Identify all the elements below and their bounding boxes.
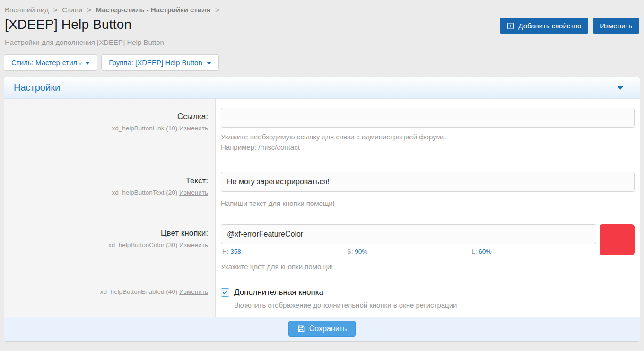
header-row: [XDEEP] Help Button Добавить свойство Из… [4, 17, 640, 34]
form-row-color: Цвет кнопки: xd_helpButtonColor (30) Изм… [4, 209, 640, 272]
plus-box-icon [507, 22, 514, 30]
breadcrumb-separator-icon: > [53, 6, 57, 14]
breadcrumb-separator-icon: > [87, 6, 91, 14]
header-buttons: Добавить свойство Изменить [500, 18, 639, 34]
text-input-field[interactable] [221, 172, 635, 192]
settings-section-title: Настройки [14, 82, 60, 93]
label-cell: Текст: xd_helpButtonText (20) Изменить [4, 172, 216, 209]
settings-section-header[interactable]: Настройки [4, 77, 640, 99]
field-label: Текст: [9, 176, 208, 186]
label-cell: xd_helpButtonEnabled (40) Изменить [4, 288, 216, 310]
form-row-text: Текст: xd_helpButtonText (20) Изменить Н… [4, 153, 640, 209]
style-selector-label: Стиль: Мастер-стиль [11, 59, 81, 67]
enabled-checkbox-label[interactable]: Дополнительная кнопка [234, 288, 323, 297]
settings-form: Ссылка: xd_helpButtonLink (10) Изменить … [4, 99, 640, 317]
color-input[interactable] [221, 224, 596, 244]
form-row-enabled: xd_helpButtonEnabled (40) Изменить Допол… [4, 272, 640, 317]
breadcrumb-item-master-style[interactable]: Мастер-стиль - Настройки стиля [96, 6, 211, 14]
field-hint: Например: /misc/contact [221, 142, 635, 153]
breadcrumb-item-appearance[interactable]: Внешний вид [5, 6, 49, 14]
edit-button-label: Изменить [600, 22, 632, 30]
filter-chips: Стиль: Мастер-стиль Группа: [XDEEP] Help… [4, 54, 640, 71]
hsl-saturation: S: 90% [347, 248, 472, 255]
field-meta-name: xd_helpButtonEnabled (40) [100, 288, 178, 295]
field-edit-link[interactable]: Изменить [179, 241, 208, 248]
content-cell: Укажите необходимую ссылку для связи с а… [216, 108, 640, 153]
field-label: Цвет кнопки: [9, 229, 208, 238]
settings-block: Настройки Ссылка: xd_helpButtonLink (10)… [4, 77, 640, 342]
save-floppy-icon [297, 325, 305, 333]
breadcrumb: Внешний вид > Стили > Мастер-стиль - Нас… [4, 0, 640, 14]
color-swatch[interactable] [600, 224, 635, 255]
content-cell: Дополнительная кнопка Включить отображен… [216, 288, 640, 310]
group-selector-chip[interactable]: Группа: [XDEEP] Help Button [101, 54, 219, 71]
style-properties-page: Внешний вид > Стили > Мастер-стиль - Нас… [0, 0, 644, 342]
checkmark-icon [222, 290, 228, 295]
page-title: [XDEEP] Help Button [5, 17, 131, 32]
chevron-down-icon [85, 62, 90, 65]
field-label: Ссылка: [9, 112, 208, 121]
hsl-hue: H: 358 [222, 248, 347, 255]
field-meta-name: xd_helpButtonColor (30) [108, 241, 177, 248]
page-subtitle: Настройки для дополнения [XDEEP] Help Bu… [4, 38, 640, 46]
save-button-label: Сохранить [309, 325, 347, 333]
hsl-lightness: L: 60% [471, 248, 596, 255]
field-edit-link[interactable]: Изменить [179, 189, 208, 196]
add-property-button[interactable]: Добавить свойство [500, 18, 588, 34]
checkbox-row: Дополнительная кнопка [221, 288, 635, 297]
hsl-readout: H: 358 S: 90% L: 60% [221, 248, 596, 255]
group-selector-label: Группа: [XDEEP] Help Button [109, 59, 202, 67]
label-cell: Цвет кнопки: xd_helpButtonColor (30) Изм… [4, 224, 216, 272]
save-button[interactable]: Сохранить [288, 321, 356, 337]
field-edit-link[interactable]: Изменить [179, 288, 208, 295]
breadcrumb-item-styles[interactable]: Стили [62, 6, 82, 14]
collapse-chevron-icon[interactable] [617, 86, 624, 90]
content-cell: H: 358 S: 90% L: 60% Укажите цвет для кн… [216, 224, 640, 272]
field-meta: xd_helpButtonLink (10) Изменить [9, 125, 208, 132]
add-property-label: Добавить свойство [518, 22, 581, 30]
field-meta: xd_helpButtonText (20) Изменить [9, 189, 208, 196]
field-hint: Напиши текст для кнопки помощи! [221, 198, 635, 209]
enabled-checkbox[interactable] [221, 288, 229, 297]
field-meta-name: xd_helpButtonText (20) [112, 189, 177, 196]
field-hint: Укажите цвет для кнопки помощи! [221, 262, 635, 272]
field-meta: xd_helpButtonColor (30) Изменить [9, 241, 208, 248]
form-row-link: Ссылка: xd_helpButtonLink (10) Изменить … [4, 99, 640, 153]
field-meta-name: xd_helpButtonLink (10) [112, 125, 177, 132]
color-field-group: H: 358 S: 90% L: 60% [221, 224, 635, 255]
field-edit-link[interactable]: Изменить [179, 125, 208, 132]
chevron-down-icon [207, 62, 211, 65]
link-input[interactable] [221, 108, 635, 128]
breadcrumb-separator-icon: > [215, 6, 219, 14]
content-cell: Напиши текст для кнопки помощи! [216, 172, 640, 209]
style-selector-chip[interactable]: Стиль: Мастер-стиль [4, 54, 97, 71]
form-footer: Сохранить [4, 317, 640, 341]
color-field-main: H: 358 S: 90% L: 60% [221, 224, 596, 255]
field-hint: Включить отображение дополнительной кноп… [234, 300, 635, 310]
field-hint: Укажите необходимую ссылку для связи с а… [221, 132, 635, 142]
edit-button[interactable]: Изменить [593, 18, 639, 34]
field-meta: xd_helpButtonEnabled (40) Изменить [9, 288, 208, 295]
label-cell: Ссылка: xd_helpButtonLink (10) Изменить [4, 108, 216, 153]
